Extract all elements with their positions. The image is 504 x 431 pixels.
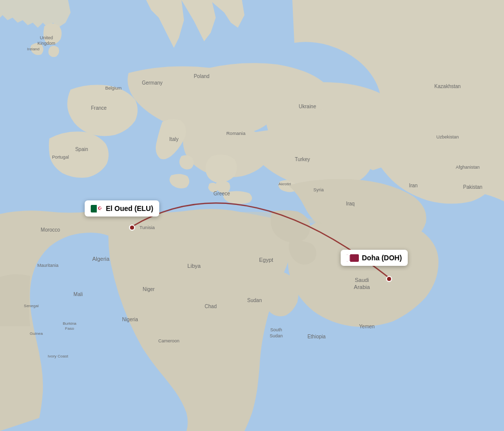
destination-airport-label: Doha (DOH) [362, 254, 402, 262]
label-pakistan: Pakistan [463, 184, 482, 190]
svg-text:Kingdom: Kingdom [37, 41, 55, 46]
flight-route-map: United Kingdom Ireland Portugal Spain Fr… [0, 0, 504, 431]
origin-airport-card: ☪ El Oued (ELU) [85, 200, 159, 217]
origin-airport-label: El Oued (ELU) [106, 204, 153, 212]
label-romania: Romania [226, 130, 246, 136]
label-afghanistan: Afghanistan [456, 165, 480, 170]
label-ivory-coast: Ivory Coast [48, 354, 69, 358]
label-saudi-arabia: Saudi [355, 277, 369, 283]
map-container: United Kingdom Ireland Portugal Spain Fr… [0, 0, 504, 431]
label-portugal: Portugal [52, 155, 69, 160]
label-united-kingdom: United [40, 35, 53, 40]
label-nigeria: Nigeria [122, 317, 138, 322]
label-turkey: Turkey [295, 157, 310, 162]
label-syria: Syria [313, 187, 324, 192]
destination-marker [387, 276, 392, 281]
label-iraq: Iraq [346, 201, 354, 206]
label-yemen: Yemen [359, 324, 375, 329]
label-uzbekistan: Uzbekistan [436, 134, 459, 139]
label-mali: Mali [74, 292, 83, 297]
label-greece: Greece [214, 191, 230, 196]
label-guinea: Guinea [30, 331, 43, 336]
label-spain: Spain [75, 147, 88, 152]
origin-marker [130, 225, 135, 230]
label-germany: Germany [142, 80, 162, 86]
label-france: France [91, 105, 107, 111]
label-italy: Italy [169, 136, 178, 142]
label-burkina-faso: Burkina [62, 321, 77, 326]
label-sudan: Sudan [247, 298, 262, 303]
label-niger: Niger [143, 286, 155, 292]
destination-flag [347, 254, 359, 262]
label-ethiopia: Ethiopia [307, 334, 326, 339]
label-mauritania: Mauritania [37, 263, 58, 268]
label-ukraine: Ukraine [299, 104, 317, 109]
label-south-sudan: South [270, 327, 282, 332]
label-tunisia: Tunisia [140, 225, 155, 230]
origin-flag: ☪ [91, 205, 103, 212]
label-cameroon: Cameroon [158, 338, 179, 343]
label-chad: Chad [205, 304, 217, 309]
label-akrotiri: Akrotiri [279, 182, 291, 186]
destination-airport-card: Doha (DOH) [341, 250, 408, 266]
label-ireland: Ireland [27, 47, 39, 51]
label-kazakhstan: Kazakhstan [434, 84, 461, 89]
label-poland: Poland [194, 74, 209, 79]
svg-text:Arabia: Arabia [354, 284, 370, 290]
label-belgium: Belgium [105, 86, 122, 91]
label-morocco: Morocco [41, 227, 60, 233]
label-egypt: Egypt [259, 257, 273, 263]
label-algeria: Algeria [92, 256, 110, 262]
svg-text:Sudan: Sudan [270, 333, 283, 338]
label-libya: Libya [187, 263, 201, 269]
label-senegal: Senegal [24, 304, 39, 308]
label-iran: Iran [409, 183, 417, 188]
svg-text:Faso: Faso [65, 326, 74, 331]
